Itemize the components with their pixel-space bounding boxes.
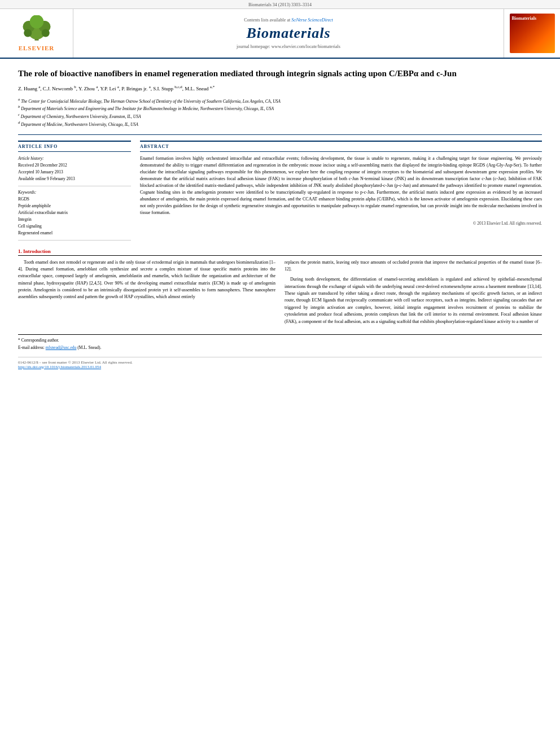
biomaterials-logo-label: Biomaterials [512,16,537,21]
doi-link[interactable]: http://dx.doi.org/10.1016/j.biomaterials… [18,365,101,369]
article-info-column: Article info Article history: Received 2… [18,141,131,241]
introduction-label: Introduction [23,248,51,254]
history-label: Article history: [18,155,131,162]
article-info-heading: Article info [18,142,131,152]
journal-header: ELSEVIER Contents lists available at Sci… [0,9,560,59]
abstract-column: Abstract Enamel formation involves highl… [140,141,542,241]
intro-para-2: replaces the protein matrix, leaving onl… [285,259,542,273]
elsevier-logo: ELSEVIER [17,15,56,51]
email-note: E-mail address: mlsnead@usc.edu (M.L. Sn… [18,344,542,351]
email-link[interactable]: mlsnead@usc.edu [46,345,77,350]
doi-line: http://dx.doi.org/10.1016/j.biomaterials… [18,365,542,369]
keyword-2: Peptide amphiphile [18,203,131,209]
info-abstract-layout: Article info Article history: Received 2… [18,141,542,241]
svg-point-4 [29,15,43,29]
article-info-box: Article info Article history: Received 2… [18,141,131,241]
svg-point-5 [24,29,32,37]
elsevier-tree-icon [17,15,56,43]
abstract-box: Abstract Enamel formation involves highl… [140,141,542,226]
affiliations: a The Center for Craniofacial Molecular … [18,97,542,128]
introduction-title: 1. Introduction [18,248,542,256]
journal-name: Biomaterials [246,25,330,42]
journal-title-section: Contents lists available at SciVerse Sci… [73,9,504,58]
sciverse-link[interactable]: SciVerse ScienceDirect [291,18,333,23]
keywords-section: Keywords: RGDS Peptide amphiphile Artifi… [18,190,131,237]
received-date: Received 20 December 2012 [18,162,131,169]
article-title: The role of bioactive nanofibers in enam… [18,68,542,80]
elsevier-text: ELSEVIER [19,45,55,51]
introduction-section: 1. Introduction Tooth enamel does not re… [18,248,542,329]
biomaterials-logo-box: Biomaterials [510,14,555,53]
article-body: The role of bioactive nanofibers in enam… [0,59,560,378]
article-title-section: The role of bioactive nanofibers in enam… [18,68,542,135]
footnote-section: * Corresponding author. E-mail address: … [18,334,542,351]
article-history: Article history: Received 20 December 20… [18,155,131,182]
homepage-url[interactable]: www.elsevier.com/locate/biomaterials [272,44,340,49]
keywords-label: Keywords: [18,190,131,195]
available-date: Available online 9 February 2013 [18,176,131,182]
keyword-5: Cell signaling [18,223,131,230]
intro-para-3: During tooth development, the differenti… [285,276,542,325]
svg-point-6 [41,29,49,37]
intro-col-left: Tooth enamel does not remodel or regener… [18,259,275,329]
copyright-line: © 2013 Elsevier Ltd. All rights reserved… [140,221,542,226]
intro-para-1: Tooth enamel does not remodel or regener… [18,259,275,301]
accepted-date: Accepted 10 January 2013 [18,169,131,176]
keyword-3: Artificial extracellular matrix [18,209,131,216]
corresponding-author-note: * Corresponding author. [18,337,542,343]
abstract-heading: Abstract [140,142,542,152]
journal-top-bar: Biomaterials 34 (2013) 3303–3314 [0,0,560,9]
elsevier-logo-section: ELSEVIER [0,9,73,58]
article-authors: Z. Huang a, C.J. Newcomb b, Y. Zhou a, Y… [18,84,542,93]
journal-homepage: journal homepage: www.elsevier.com/locat… [237,44,340,49]
journal-reference: Biomaterials 34 (2013) 3303–3314 [248,2,312,7]
keyword-4: Integrin [18,216,131,223]
bottom-bar: 0142-9612/$ – see front matter © 2013 El… [18,357,542,369]
issn-line: 0142-9612/$ – see front matter © 2013 El… [18,360,542,365]
intro-col-right: replaces the protein matrix, leaving onl… [285,259,542,329]
keyword-6: Regenerated enamel [18,230,131,237]
introduction-text-layout: Tooth enamel does not remodel or regener… [18,259,542,329]
biomaterials-logo-section: Biomaterials [504,9,560,58]
abstract-text: Enamel formation involves highly orchest… [140,155,542,216]
keyword-1: RGDS [18,196,131,203]
sciverse-line: Contents lists available at SciVerse Sci… [244,18,333,23]
